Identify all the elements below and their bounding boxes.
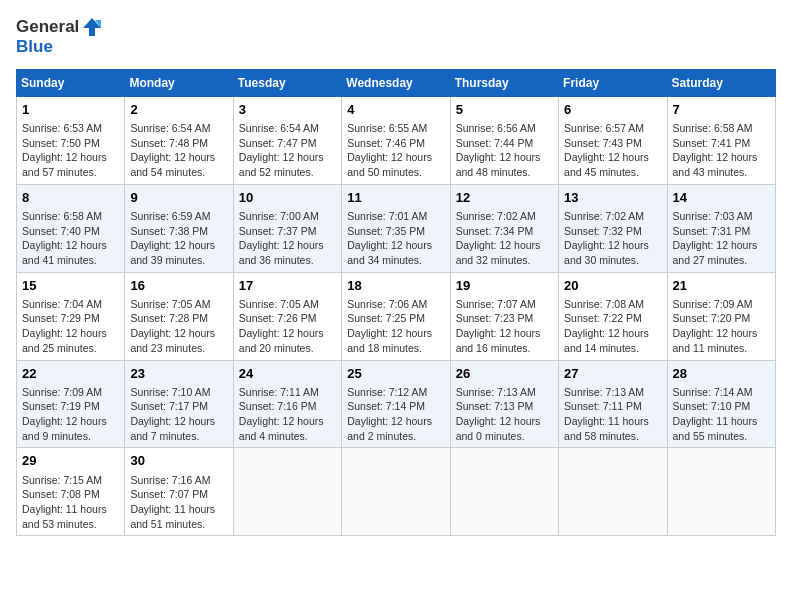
calendar-day-cell xyxy=(233,448,341,536)
day-info-line: Daylight: 12 hours xyxy=(564,150,661,165)
day-info-line: Sunset: 7:13 PM xyxy=(456,399,553,414)
day-info-line: Sunset: 7:31 PM xyxy=(673,224,770,239)
day-info-line: Daylight: 12 hours xyxy=(130,150,227,165)
day-info-line: Daylight: 12 hours xyxy=(347,150,444,165)
day-number: 17 xyxy=(239,277,336,295)
day-number: 9 xyxy=(130,189,227,207)
calendar-day-cell: 8Sunrise: 6:58 AMSunset: 7:40 PMDaylight… xyxy=(17,184,125,272)
calendar-day-cell: 20Sunrise: 7:08 AMSunset: 7:22 PMDayligh… xyxy=(559,272,667,360)
day-info-line: and 9 minutes. xyxy=(22,429,119,444)
day-number: 25 xyxy=(347,365,444,383)
day-number: 7 xyxy=(673,101,770,119)
calendar-header-row: SundayMondayTuesdayWednesdayThursdayFrid… xyxy=(17,69,776,96)
calendar-day-cell: 16Sunrise: 7:05 AMSunset: 7:28 PMDayligh… xyxy=(125,272,233,360)
day-info-line: and 57 minutes. xyxy=(22,165,119,180)
day-number: 22 xyxy=(22,365,119,383)
day-info-line: and 32 minutes. xyxy=(456,253,553,268)
calendar-table: SundayMondayTuesdayWednesdayThursdayFrid… xyxy=(16,69,776,537)
day-info-line: Daylight: 12 hours xyxy=(130,414,227,429)
day-info-line: Daylight: 12 hours xyxy=(22,414,119,429)
logo: General Blue xyxy=(16,16,103,57)
day-info-line: Sunset: 7:11 PM xyxy=(564,399,661,414)
calendar-day-cell: 6Sunrise: 6:57 AMSunset: 7:43 PMDaylight… xyxy=(559,96,667,184)
day-info-line: Sunset: 7:40 PM xyxy=(22,224,119,239)
day-number: 6 xyxy=(564,101,661,119)
calendar-day-cell: 28Sunrise: 7:14 AMSunset: 7:10 PMDayligh… xyxy=(667,360,775,448)
day-info-line: and 45 minutes. xyxy=(564,165,661,180)
calendar-day-cell: 1Sunrise: 6:53 AMSunset: 7:50 PMDaylight… xyxy=(17,96,125,184)
calendar-day-cell: 11Sunrise: 7:01 AMSunset: 7:35 PMDayligh… xyxy=(342,184,450,272)
day-info-line: Daylight: 11 hours xyxy=(673,414,770,429)
day-info-line: Sunset: 7:07 PM xyxy=(130,487,227,502)
day-info-line: Daylight: 12 hours xyxy=(239,238,336,253)
day-info-line: Sunrise: 7:13 AM xyxy=(456,385,553,400)
day-info-line: and 36 minutes. xyxy=(239,253,336,268)
day-info-line: Sunset: 7:10 PM xyxy=(673,399,770,414)
day-number: 16 xyxy=(130,277,227,295)
day-info-line: Daylight: 11 hours xyxy=(130,502,227,517)
calendar-day-cell: 29Sunrise: 7:15 AMSunset: 7:08 PMDayligh… xyxy=(17,448,125,536)
calendar-day-cell: 12Sunrise: 7:02 AMSunset: 7:34 PMDayligh… xyxy=(450,184,558,272)
day-info-line: Daylight: 12 hours xyxy=(239,326,336,341)
day-info-line: Daylight: 12 hours xyxy=(347,326,444,341)
day-number: 28 xyxy=(673,365,770,383)
day-info-line: Sunrise: 7:15 AM xyxy=(22,473,119,488)
day-number: 29 xyxy=(22,452,119,470)
day-info-line: Sunset: 7:22 PM xyxy=(564,311,661,326)
calendar-day-cell: 2Sunrise: 6:54 AMSunset: 7:48 PMDaylight… xyxy=(125,96,233,184)
day-info-line: Sunrise: 7:02 AM xyxy=(456,209,553,224)
day-info-line: and 16 minutes. xyxy=(456,341,553,356)
day-info-line: and 50 minutes. xyxy=(347,165,444,180)
day-info-line: Daylight: 12 hours xyxy=(456,326,553,341)
day-number: 26 xyxy=(456,365,553,383)
day-info-line: Sunrise: 7:14 AM xyxy=(673,385,770,400)
day-info-line: and 39 minutes. xyxy=(130,253,227,268)
day-number: 24 xyxy=(239,365,336,383)
day-info-line: Sunrise: 6:58 AM xyxy=(673,121,770,136)
day-info-line: and 43 minutes. xyxy=(673,165,770,180)
day-info-line: and 23 minutes. xyxy=(130,341,227,356)
day-info-line: Sunrise: 7:01 AM xyxy=(347,209,444,224)
day-info-line: Daylight: 12 hours xyxy=(673,150,770,165)
day-info-line: Sunset: 7:38 PM xyxy=(130,224,227,239)
day-number: 4 xyxy=(347,101,444,119)
day-info-line: Sunset: 7:43 PM xyxy=(564,136,661,151)
calendar-day-cell: 22Sunrise: 7:09 AMSunset: 7:19 PMDayligh… xyxy=(17,360,125,448)
calendar-day-cell xyxy=(342,448,450,536)
day-info-line: Sunrise: 6:57 AM xyxy=(564,121,661,136)
day-number: 11 xyxy=(347,189,444,207)
calendar-day-cell: 30Sunrise: 7:16 AMSunset: 7:07 PMDayligh… xyxy=(125,448,233,536)
day-info-line: Sunrise: 6:59 AM xyxy=(130,209,227,224)
day-info-line: Daylight: 12 hours xyxy=(564,326,661,341)
day-info-line: Daylight: 11 hours xyxy=(22,502,119,517)
column-header-friday: Friday xyxy=(559,69,667,96)
calendar-day-cell xyxy=(450,448,558,536)
day-info-line: Daylight: 12 hours xyxy=(22,150,119,165)
day-info-line: and 4 minutes. xyxy=(239,429,336,444)
calendar-day-cell: 15Sunrise: 7:04 AMSunset: 7:29 PMDayligh… xyxy=(17,272,125,360)
day-info-line: Daylight: 12 hours xyxy=(22,326,119,341)
day-number: 8 xyxy=(22,189,119,207)
day-info-line: Daylight: 12 hours xyxy=(239,414,336,429)
day-info-line: Sunrise: 7:02 AM xyxy=(564,209,661,224)
day-info-line: Sunset: 7:46 PM xyxy=(347,136,444,151)
day-info-line: Sunset: 7:23 PM xyxy=(456,311,553,326)
day-info-line: Sunrise: 6:55 AM xyxy=(347,121,444,136)
day-info-line: Daylight: 12 hours xyxy=(239,150,336,165)
day-info-line: Daylight: 12 hours xyxy=(347,414,444,429)
day-info-line: and 54 minutes. xyxy=(130,165,227,180)
calendar-day-cell xyxy=(559,448,667,536)
day-info-line: Sunset: 7:50 PM xyxy=(22,136,119,151)
day-info-line: Daylight: 11 hours xyxy=(564,414,661,429)
day-info-line: Sunrise: 7:00 AM xyxy=(239,209,336,224)
day-number: 2 xyxy=(130,101,227,119)
day-info-line: and 55 minutes. xyxy=(673,429,770,444)
day-number: 20 xyxy=(564,277,661,295)
day-info-line: Sunset: 7:34 PM xyxy=(456,224,553,239)
day-number: 10 xyxy=(239,189,336,207)
day-info-line: Sunset: 7:41 PM xyxy=(673,136,770,151)
calendar-day-cell: 21Sunrise: 7:09 AMSunset: 7:20 PMDayligh… xyxy=(667,272,775,360)
day-info-line: Sunrise: 6:54 AM xyxy=(239,121,336,136)
day-info-line: and 14 minutes. xyxy=(564,341,661,356)
day-info-line: Sunset: 7:48 PM xyxy=(130,136,227,151)
